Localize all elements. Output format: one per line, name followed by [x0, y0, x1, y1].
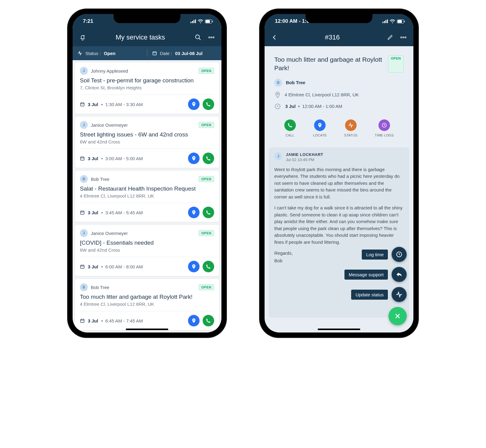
svg-line-10 — [199, 38, 201, 40]
page-title: My service tasks — [91, 33, 189, 41]
task-title: Too much litter and garbage at Roylott P… — [80, 294, 214, 300]
filter-date[interactable]: Date : 03 Jul-08 Jul — [147, 51, 222, 56]
contact-name: Janice Overmeyer — [91, 231, 196, 236]
edit-icon[interactable] — [385, 33, 395, 42]
call-button[interactable] — [203, 261, 214, 272]
task-card[interactable]: J Janice Overmeyer OPEN Street lighting … — [75, 117, 219, 168]
svg-point-54 — [277, 93, 279, 95]
avatar: J — [274, 152, 282, 160]
task-card[interactable]: J Janice Overmeyer OPEN [COVID] - Essent… — [75, 225, 219, 276]
status-label: Status : — [85, 51, 101, 56]
action-call[interactable]: CALL — [284, 119, 296, 137]
svg-point-52 — [403, 37, 404, 38]
close-icon — [394, 313, 401, 319]
wifi-icon — [390, 19, 395, 23]
appointment-date: 3 Jul — [285, 104, 296, 109]
action-locate[interactable]: LOCATE — [313, 119, 327, 137]
task-address: 4 Elmtree Cl, Liverpool L12 8RR, UK — [80, 193, 214, 198]
location-pin-icon — [191, 210, 197, 215]
location-pin-icon — [274, 91, 281, 98]
phone-icon — [206, 102, 211, 107]
activity-icon — [396, 291, 402, 298]
svg-point-27 — [193, 157, 194, 158]
location-pin-icon — [191, 318, 197, 323]
call-button[interactable] — [203, 315, 214, 326]
wifi-icon — [198, 19, 203, 23]
reply-icon — [396, 271, 402, 278]
task-card[interactable]: B Bob Tree OPEN Too much litter and garb… — [75, 279, 219, 330]
status-icons — [382, 19, 405, 23]
fab-close[interactable] — [388, 307, 407, 325]
calendar-icon — [80, 102, 85, 107]
svg-rect-23 — [80, 157, 84, 160]
svg-point-22 — [193, 103, 194, 104]
home-indicator — [318, 329, 360, 330]
call-button[interactable] — [203, 153, 214, 164]
location-pin-icon — [317, 122, 323, 128]
status-badge: OPEN — [199, 68, 214, 74]
task-time: • 6:00 AM - 8:00 AM — [101, 264, 185, 269]
svg-point-37 — [193, 265, 194, 267]
task-card[interactable]: J Johnny Appleseed OPEN Soil Test - pre-… — [75, 63, 219, 114]
svg-point-53 — [405, 37, 406, 38]
fab-update-status[interactable]: Update status — [351, 287, 407, 302]
task-date: 3 Jul — [88, 102, 98, 107]
avatar: B — [80, 175, 88, 183]
task-date: 3 Jul — [88, 210, 98, 215]
action-timelogs[interactable]: TIME LOGS — [375, 119, 394, 137]
notification-icon[interactable] — [78, 33, 87, 42]
more-icon[interactable] — [399, 33, 408, 42]
locate-button[interactable] — [188, 315, 200, 326]
phone-icon — [206, 156, 211, 161]
svg-point-32 — [193, 211, 194, 212]
action-status[interactable]: STATUS — [344, 119, 358, 137]
call-button[interactable] — [203, 98, 214, 110]
svg-rect-33 — [80, 265, 84, 268]
svg-rect-0 — [190, 22, 191, 23]
svg-rect-3 — [195, 19, 196, 23]
locate-button[interactable] — [188, 207, 200, 218]
calendar-icon — [80, 264, 85, 269]
call-button[interactable] — [203, 207, 214, 218]
svg-point-8 — [84, 35, 85, 36]
clock-icon — [382, 122, 387, 128]
task-title: Salat - Restaurant Health Inspection Req… — [80, 185, 214, 192]
task-time: • 3:45 AM - 5:45 AM — [101, 210, 185, 215]
svg-rect-7 — [212, 21, 213, 22]
task-title: Soil Test - pre-permit for garage constr… — [80, 77, 214, 84]
contact-name: Bob Tree — [286, 80, 305, 85]
task-time: • 6:45 AM - 7:45 AM — [101, 318, 185, 323]
locate-button[interactable] — [188, 153, 200, 164]
activity-icon — [348, 122, 354, 128]
svg-rect-38 — [80, 319, 84, 322]
calendar-icon — [80, 210, 85, 215]
svg-point-13 — [213, 37, 214, 38]
svg-rect-46 — [387, 19, 388, 23]
locate-button[interactable] — [188, 261, 200, 272]
clock: 7:21 — [83, 18, 93, 24]
fab-menu: Log time Message support Update status — [344, 247, 407, 325]
task-address: 7, Clinton St, Brooklyn Heights — [80, 85, 214, 90]
fab-label: Message support — [344, 270, 388, 280]
back-icon[interactable] — [270, 33, 279, 42]
svg-rect-18 — [80, 103, 84, 106]
more-icon[interactable] — [207, 33, 216, 42]
avatar: B — [80, 283, 88, 291]
svg-rect-49 — [398, 20, 402, 23]
svg-rect-50 — [404, 21, 405, 22]
filter-status[interactable]: Status : Open — [73, 51, 147, 56]
fab-message-support[interactable]: Message support — [344, 267, 407, 282]
task-card[interactable]: B Bob Tree OPEN Salat - Restaurant Healt… — [75, 171, 219, 222]
locate-button[interactable] — [188, 98, 200, 110]
task-date: 3 Jul — [88, 264, 98, 269]
fab-log-time[interactable]: Log time — [362, 247, 407, 262]
phone-icon — [206, 264, 211, 269]
navbar: My service tasks — [73, 29, 221, 46]
clock-icon — [396, 251, 402, 258]
search-icon[interactable] — [193, 33, 203, 42]
svg-point-56 — [319, 124, 320, 125]
battery-icon — [205, 19, 213, 23]
location-pin-icon — [191, 102, 197, 107]
task-address: 4 Elmtree Cl, Liverpool L12 8RR, UK — [80, 302, 214, 307]
calendar-icon — [80, 318, 85, 323]
